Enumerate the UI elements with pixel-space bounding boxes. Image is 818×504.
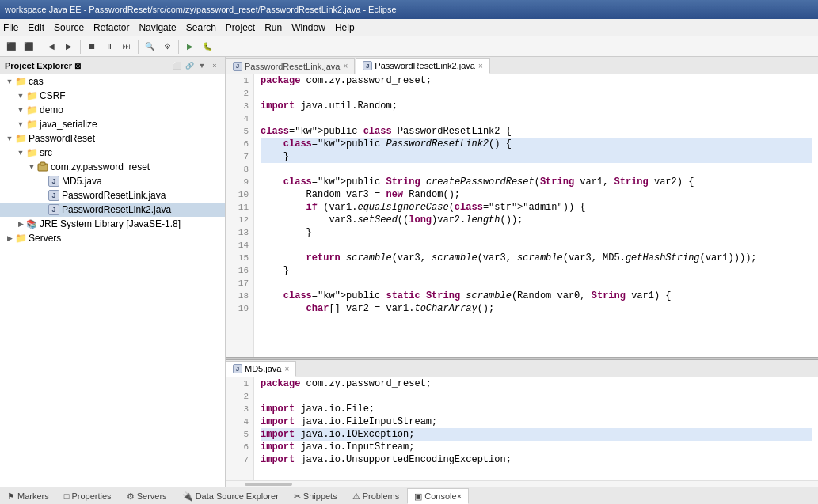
bottom-panel-tab-close-6[interactable]: × xyxy=(457,491,462,501)
toolbar-separator-2 xyxy=(80,40,81,54)
tree-icon-0: 📁 xyxy=(14,75,27,88)
line-number-12: 12 xyxy=(230,214,249,226)
toolbar-btn-4[interactable]: ▶ xyxy=(61,39,77,55)
collapse-all-icon[interactable]: ⬜ xyxy=(171,60,182,71)
bottom-tab-close-0[interactable]: × xyxy=(284,365,289,373)
toolbar-btn-5[interactable]: ⏹ xyxy=(84,39,100,55)
tab-icon-1: J xyxy=(363,61,372,70)
tree-item-8[interactable]: JPasswordResetLink.java xyxy=(0,188,225,203)
link-editor-icon[interactable]: 🔗 xyxy=(184,60,195,71)
horizontal-scrollbar-bottom[interactable] xyxy=(226,480,818,487)
sidebar-badge: ⊠ xyxy=(74,62,81,70)
tree-item-11[interactable]: ▶📁Servers xyxy=(0,231,225,245)
tree-icon-7: J xyxy=(48,175,60,188)
tree-label-9: PasswordResetLink2.java xyxy=(62,204,171,215)
code-line-14 xyxy=(261,239,812,252)
tree-arrow-0: ▼ xyxy=(5,78,14,85)
tree-arrow-11: ▶ xyxy=(5,234,14,242)
tree-item-3[interactable]: ▼📁java_serialize xyxy=(0,117,225,131)
toolbar-btn-6[interactable]: ⏸ xyxy=(101,39,117,55)
tree-item-9[interactable]: JPasswordResetLink2.java xyxy=(0,203,225,217)
run-button[interactable]: ▶ xyxy=(182,39,198,55)
tree-label-6: com.zy.password_reset xyxy=(51,161,150,172)
code-line-4 xyxy=(261,112,812,125)
bottom-code-editor[interactable]: 1234567 package com.zy.password_reset;im… xyxy=(226,377,818,480)
line-number-9: 9 xyxy=(230,176,249,188)
tree-icon-9: J xyxy=(48,203,60,216)
tree-item-4[interactable]: ▼📁PasswordReset xyxy=(0,131,225,146)
toolbar-btn-1[interactable]: ⬛ xyxy=(3,39,19,55)
bottom-tab-icon-0: J xyxy=(233,364,242,373)
toolbar-btn-2[interactable]: ⬛ xyxy=(21,39,36,55)
toolbar-separator-4 xyxy=(178,40,179,54)
tree-label-3: java_serialize xyxy=(40,119,97,130)
code-line-7: } xyxy=(261,150,812,163)
bottom-editor-pane: JMD5.java× 1234567 package com.zy.passwo… xyxy=(226,360,818,487)
top-editor-pane: JPasswordResetLink.java×JPasswordResetLi… xyxy=(226,57,818,357)
tree-icon-1: 📁 xyxy=(25,89,38,102)
bottom-panel-tab-label-3: 🔌 Data Source Explorer xyxy=(182,491,279,502)
tree-label-10: JRE System Library [JavaSE-1.8] xyxy=(40,218,181,229)
menu-item-edit[interactable]: Edit xyxy=(28,22,44,33)
bottom-panel-tab-console[interactable]: ▣ Console × xyxy=(407,488,469,504)
menu-item-refactor[interactable]: Refactor xyxy=(93,22,129,33)
top-code-editor[interactable]: 12345678910111213141516171819 package co… xyxy=(226,74,818,357)
menu-item-project[interactable]: Project xyxy=(226,22,255,33)
sidebar-close-icon[interactable]: × xyxy=(209,60,220,71)
line-number-5: 5 xyxy=(230,125,249,138)
bottom-editor-tab-0[interactable]: JMD5.java× xyxy=(226,361,296,377)
toolbar-btn-7[interactable]: ⏭ xyxy=(119,39,135,55)
tab-icon-0: J xyxy=(233,62,242,71)
line-number-3: 3 xyxy=(230,100,249,112)
code-line-3: import java.util.Random; xyxy=(261,100,812,112)
scrollbar-thumb-bottom xyxy=(245,483,292,486)
code-line-10: Random var3 = new Random(); xyxy=(261,188,812,201)
sidebar-menu-icon[interactable]: ▼ xyxy=(196,60,207,71)
menu-item-search[interactable]: Search xyxy=(186,22,216,33)
tree-item-5[interactable]: ▼📁src xyxy=(0,146,225,160)
toolbar-btn-9[interactable]: ⚙ xyxy=(159,39,175,55)
tab-close-1[interactable]: × xyxy=(478,62,483,70)
debug-button[interactable]: 🐛 xyxy=(200,39,215,55)
menu-item-source[interactable]: Source xyxy=(54,22,84,33)
menu-item-window[interactable]: Window xyxy=(291,22,325,33)
tab-close-0[interactable]: × xyxy=(343,62,348,70)
bottom-panel-tab-markers[interactable]: ⚑ Markers xyxy=(0,488,56,504)
menu-item-help[interactable]: Help xyxy=(335,22,355,33)
tree-item-0[interactable]: ▼📁cas xyxy=(0,74,225,89)
menu-item-navigate[interactable]: Navigate xyxy=(139,22,176,33)
tab-label-1: PasswordResetLink2.java xyxy=(375,61,475,70)
bottom-panel-tab-servers[interactable]: ⚙ Servers xyxy=(120,488,174,504)
bottom-panel-tab-problems[interactable]: ⚠ Problems xyxy=(345,488,407,504)
bottom-editor-tabs: JMD5.java× xyxy=(226,360,818,377)
tree-item-1[interactable]: ▼📁CSRF xyxy=(0,89,225,103)
menu-item-run[interactable]: Run xyxy=(264,22,282,33)
editor-tab-0[interactable]: JPasswordResetLink.java× xyxy=(226,58,355,74)
bottom-panel-tab-label-6: ▣ Console xyxy=(414,491,456,502)
menu-item-file[interactable]: File xyxy=(3,22,18,33)
editor-tabs: JPasswordResetLink.java×JPasswordResetLi… xyxy=(226,57,818,74)
tab-label-0: PasswordResetLink.java xyxy=(245,62,340,71)
tree-item-10[interactable]: ▶📚JRE System Library [JavaSE-1.8] xyxy=(0,217,225,231)
code-content-top: 12345678910111213141516171819 package co… xyxy=(226,74,818,357)
sidebar-header: Project Explorer ⊠ ⬜ 🔗 ▼ × xyxy=(0,57,225,74)
editor-tab-1[interactable]: JPasswordResetLink2.java× xyxy=(356,58,489,74)
bottom-panel-tab-properties[interactable]: □ Properties xyxy=(57,488,119,504)
code-line-19: char[] var2 = var1.toCharArray(); xyxy=(261,302,812,315)
bottom-panel-tab-label-5: ⚠ Problems xyxy=(352,491,400,502)
tree-item-7[interactable]: JMD5.java xyxy=(0,174,225,188)
bottom-line-number-7: 7 xyxy=(230,453,249,466)
toolbar-btn-3[interactable]: ◀ xyxy=(44,39,59,55)
code-line-16: } xyxy=(261,264,812,277)
toolbar-btn-8[interactable]: 🔍 xyxy=(142,39,158,55)
tree-item-2[interactable]: ▼📁demo xyxy=(0,103,225,117)
bottom-code-line-6: import java.io.InputStream; xyxy=(261,441,812,453)
title-text: workspace Java EE - PasswordReset/src/co… xyxy=(5,5,397,14)
bottom-panel-tab-data-source-explorer[interactable]: 🔌 Data Source Explorer xyxy=(175,488,286,504)
line-number-6: 6 xyxy=(230,138,249,150)
sidebar-title: Project Explorer ⊠ xyxy=(5,61,81,70)
tree-item-6[interactable]: ▼com.zy.password_reset xyxy=(0,160,225,174)
bottom-line-number-3: 3 xyxy=(230,403,249,415)
bottom-panel-tab-snippets[interactable]: ✂ Snippets xyxy=(287,488,344,504)
tree-label-4: PasswordReset xyxy=(29,133,95,144)
